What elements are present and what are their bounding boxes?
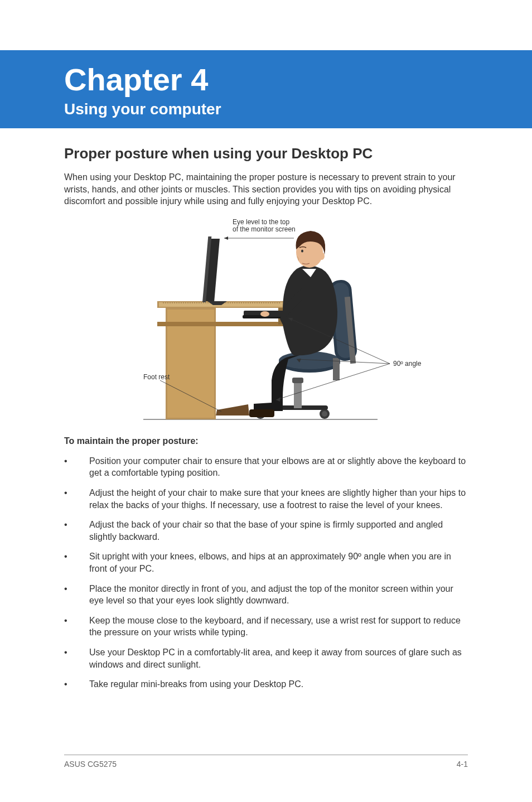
list-item: •Adjust the back of your chair so that t…	[64, 519, 468, 543]
eye-level-label-2: of the monitor screen	[233, 225, 296, 233]
svg-point-31	[260, 311, 269, 317]
bullet-icon: •	[64, 455, 89, 479]
intro-paragraph: When using your Desktop PC, maintaining …	[64, 171, 468, 207]
bullet-icon: •	[64, 583, 89, 607]
foot-rest-label: Foot rest	[143, 373, 170, 381]
list-item: •Place the monitor directly in front of …	[64, 583, 468, 607]
footer-left: ASUS CG5275	[64, 760, 117, 769]
svg-marker-8	[216, 404, 249, 416]
footer-right: 4-1	[457, 760, 468, 769]
posture-figure: Foot rest Eye level to the top of the mo…	[64, 213, 468, 425]
svg-point-33	[301, 249, 303, 252]
chapter-title: Chapter 4	[64, 61, 510, 98]
list-item: •Adjust the height of your chair to make…	[64, 487, 468, 511]
tips-heading: To maintain the proper posture:	[64, 436, 468, 446]
svg-rect-23	[292, 378, 303, 383]
section-heading: Proper posture when using your Desktop P…	[64, 145, 468, 162]
bullet-icon: •	[64, 519, 89, 543]
bullet-icon: •	[64, 550, 89, 574]
chapter-banner: Chapter 4 Using your computer	[0, 50, 532, 128]
tips-list: •Position your computer chair to ensure …	[64, 455, 468, 690]
bullet-icon: •	[64, 487, 89, 511]
bullet-icon: •	[64, 615, 89, 639]
svg-point-34	[319, 252, 325, 260]
svg-rect-6	[157, 322, 286, 326]
list-item: •Keep the mouse close to the keyboard, a…	[64, 615, 468, 639]
svg-rect-30	[249, 409, 274, 417]
eye-level-label-1: Eye level to the top	[233, 218, 289, 226]
list-item: •Position your computer chair to ensure …	[64, 455, 468, 479]
angle-label: 90º angle	[393, 360, 422, 368]
list-item: •Sit upright with your knees, elbows, an…	[64, 550, 468, 574]
svg-point-20	[322, 411, 327, 417]
chapter-subtitle: Using your computer	[64, 100, 510, 118]
bullet-icon: •	[64, 678, 89, 690]
list-item: •Use your Desktop PC in a comfortably-li…	[64, 646, 468, 670]
svg-marker-16	[224, 236, 228, 240]
bullet-icon: •	[64, 646, 89, 670]
svg-rect-22	[294, 380, 302, 408]
list-item: •Take regular mini-breaks from using you…	[64, 678, 468, 690]
page-content: Proper posture when using your Desktop P…	[0, 128, 532, 690]
page-footer: ASUS CG5275 4-1	[64, 755, 468, 769]
